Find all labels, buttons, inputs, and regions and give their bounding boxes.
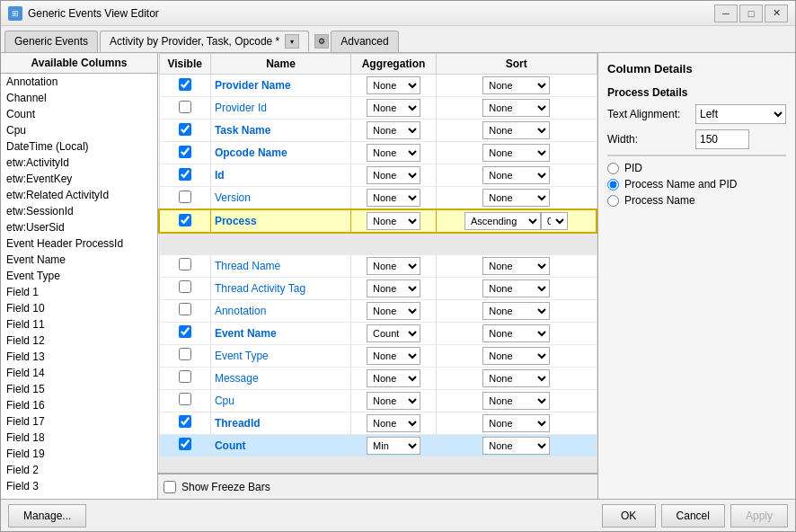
table-row[interactable]: Thread Activity TagNoneCountSumMinMaxAve… [159,277,597,299]
row-visible-checkbox[interactable] [179,280,191,293]
available-column-item[interactable]: Channel [1,90,157,106]
table-row[interactable]: CpuNoneCountSumMinMaxAverageNoneAscendin… [159,389,597,412]
cancel-button[interactable]: Cancel [661,504,725,528]
row-sort-select[interactable]: NoneAscendingDescending [482,369,550,387]
columns-table-container[interactable]: Visible Name Aggregation Sort Provider N… [158,53,597,474]
row-sort-select[interactable]: NoneAscendingDescending [482,414,550,432]
row-aggregation-select[interactable]: NoneCountSumMinMaxAverage [367,144,420,162]
minimize-button[interactable]: ─ [714,4,738,22]
row-sort-select[interactable]: NoneAscendingDescending [464,212,541,230]
row-visible-checkbox[interactable] [179,393,191,405]
table-row[interactable]: CountNoneCountSumMinMaxAverageNoneAscend… [159,434,597,457]
row-visible-checkbox[interactable] [179,146,191,158]
row-visible-checkbox[interactable] [179,438,191,450]
radio-pid-input[interactable] [607,163,619,174]
row-visible-checkbox[interactable] [179,258,191,270]
available-column-item[interactable]: Field 19 [1,446,157,462]
tab-generic-events[interactable]: Generic Events [4,31,98,52]
ok-button[interactable]: OK [602,504,656,528]
table-row[interactable]: Thread NameNoneCountSumMinMaxAverageNone… [159,254,597,277]
available-column-item[interactable]: etw:EventKey [1,171,157,187]
row-sort-select[interactable]: NoneAscendingDescending [482,189,550,207]
row-aggregation-select[interactable]: NoneCountSumMinMaxAverage [367,302,420,320]
row-sort-select[interactable]: NoneAscendingDescending [482,76,550,94]
available-column-item[interactable]: Field 18 [1,430,157,446]
available-column-item[interactable]: Field 17 [1,413,157,430]
row-visible-checkbox[interactable] [179,325,191,338]
available-column-item[interactable]: Count [1,106,157,122]
radio-process-name[interactable]: Process Name [607,194,786,207]
table-row[interactable]: Task NameNoneCountSumMinMaxAverageNoneAs… [159,120,597,142]
available-column-item[interactable]: etw:ActivityId [1,155,157,171]
row-sort-select[interactable]: NoneAscendingDescending [482,324,550,342]
row-sort-select[interactable]: NoneAscendingDescending [482,302,550,320]
table-row[interactable]: ProcessNoneCountSumMinMaxAverageNoneAsce… [159,209,597,233]
row-aggregation-select[interactable]: NoneCountSumMinMaxAverage [367,437,420,455]
row-sort-select[interactable]: NoneAscendingDescending [482,392,550,410]
row-sort-num-select[interactable]: 0123 [541,212,568,230]
row-sort-select[interactable]: NoneAscendingDescending [482,437,550,455]
table-row[interactable]: MessageNoneCountSumMinMaxAverageNoneAsce… [159,367,597,389]
row-aggregation-select[interactable]: NoneCountSumMinMaxAverage [367,279,420,297]
row-aggregation-select[interactable]: NoneCountSumMinMaxAverage [367,212,420,230]
row-aggregation-select[interactable]: NoneCountSumMinMaxAverage [367,166,420,184]
text-alignment-select[interactable]: Left Center Right [695,104,786,124]
row-visible-checkbox[interactable] [179,214,191,226]
row-sort-select[interactable]: NoneAscendingDescending [482,99,550,117]
radio-process-name-pid-input[interactable] [607,179,619,191]
row-visible-checkbox[interactable] [179,370,191,383]
available-column-item[interactable]: Field 13 [1,349,157,365]
available-column-item[interactable]: Field 14 [1,365,157,381]
manage-button[interactable]: Manage... [8,504,86,528]
row-aggregation-select[interactable]: NoneCountSumMinMaxAverage [367,76,420,94]
row-aggregation-select[interactable]: NoneCountSumMinMaxAverage [367,257,420,275]
available-columns-list[interactable]: AnnotationChannelCountCpuDateTime (Local… [1,74,157,499]
show-freeze-bars-checkbox[interactable] [164,481,176,493]
available-column-item[interactable]: DateTime (Local) [1,138,157,155]
tab-settings-icon[interactable]: ⚙ [314,34,329,49]
width-input[interactable] [695,129,749,149]
available-column-item[interactable]: Field 11 [1,316,157,332]
row-sort-select[interactable]: NoneAscendingDescending [482,279,550,297]
row-sort-select[interactable]: NoneAscendingDescending [482,257,550,275]
available-column-item[interactable]: Field 2 [1,462,157,478]
tab-advanced[interactable]: Advanced [331,31,398,52]
available-column-item[interactable]: Cpu [1,122,157,138]
row-visible-checkbox[interactable] [179,123,191,136]
apply-button[interactable]: Apply [730,504,788,528]
available-column-item[interactable]: Event Type [1,268,157,284]
row-visible-checkbox[interactable] [179,415,191,428]
available-column-item[interactable]: Event Name [1,252,157,268]
row-aggregation-select[interactable]: NoneCountSumMinMaxAverage [367,189,420,207]
row-aggregation-select[interactable]: NoneCountSumMinMaxAverage [367,392,420,410]
row-sort-select[interactable]: NoneAscendingDescending [482,166,550,184]
available-column-item[interactable]: etw:Related ActivityId [1,187,157,203]
row-aggregation-select[interactable]: NoneCountSumMinMaxAverage [367,414,420,432]
available-column-item[interactable]: etw:SessionId [1,203,157,219]
available-column-item[interactable]: Field 1 [1,284,157,300]
table-row[interactable]: AnnotationNoneCountSumMinMaxAverageNoneA… [159,299,597,322]
table-row[interactable]: Provider NameNoneCountSumMinMaxAverageNo… [159,75,597,97]
table-row[interactable]: Event NameNoneCountSumMinMaxAverageNoneA… [159,322,597,344]
row-visible-checkbox[interactable] [179,348,191,360]
table-row[interactable]: Opcode NameNoneCountSumMinMaxAverageNone… [159,142,597,164]
maximize-button[interactable]: □ [739,4,763,22]
available-column-item[interactable]: Field 3 [1,478,157,494]
table-row[interactable]: Provider IdNoneCountSumMinMaxAverageNone… [159,97,597,120]
tab-activity-by-provider[interactable]: Activity by Provider, Task, Opcode * ▾ [100,31,309,52]
row-sort-select[interactable]: NoneAscendingDescending [482,121,550,139]
available-column-item[interactable]: Annotation [1,74,157,90]
table-row[interactable]: Event TypeNoneCountSumMinMaxAverageNoneA… [159,344,597,367]
row-sort-select[interactable]: NoneAscendingDescending [482,144,550,162]
close-button[interactable]: ✕ [765,4,788,22]
row-visible-checkbox[interactable] [179,168,191,181]
row-visible-checkbox[interactable] [179,191,191,203]
table-row[interactable]: ThreadIdNoneCountSumMinMaxAverageNoneAsc… [159,412,597,434]
row-aggregation-select[interactable]: NoneCountSumMinMaxAverage [367,324,420,342]
available-column-item[interactable]: Field 10 [1,300,157,316]
available-column-item[interactable]: Field 12 [1,332,157,349]
row-aggregation-select[interactable]: NoneCountSumMinMaxAverage [367,121,420,139]
available-column-item[interactable]: etw:UserSid [1,219,157,235]
table-row[interactable]: VersionNoneCountSumMinMaxAverageNoneAsce… [159,187,597,210]
row-aggregation-select[interactable]: NoneCountSumMinMaxAverage [367,347,420,365]
